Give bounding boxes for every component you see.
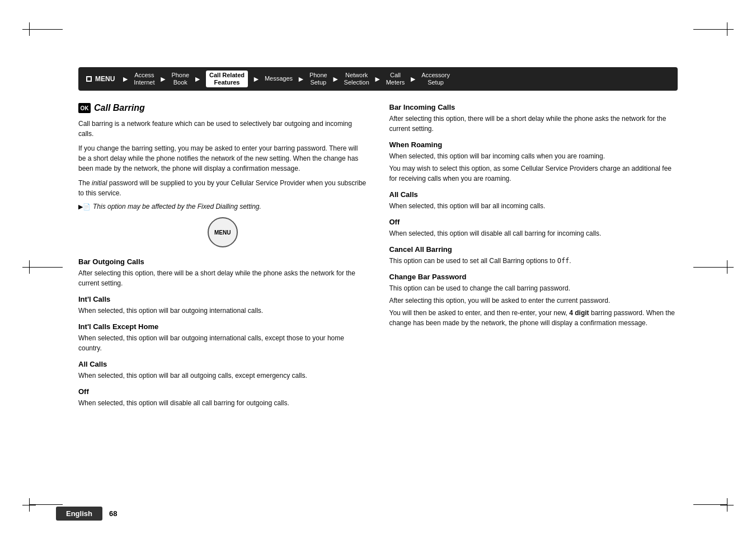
all-calls-in-text: When selected, this option will bar all …: [389, 201, 678, 211]
breadcrumb-menu: MENU: [86, 75, 115, 83]
all-calls-out-heading: All Calls: [78, 360, 367, 368]
bc-phonesetup-line1: Phone: [309, 72, 327, 79]
arrow-3: ►: [252, 74, 260, 83]
bc-phonebook-line1: Phone: [171, 72, 189, 79]
rule-mid-left: [29, 267, 63, 268]
arrow-0: ►: [121, 74, 129, 83]
section-heading: Call Barring: [94, 103, 145, 113]
bc-callrelated-line2: Features: [214, 79, 240, 86]
bc-callmeters-line1: Call: [390, 72, 401, 79]
rule-bot-left: [29, 504, 63, 505]
rule-bot-right: [693, 504, 727, 505]
page-content: MENU ► Access Internet ► Phone Book ► Ca…: [78, 67, 678, 489]
bc-accessorysetup-line1: Accessory: [421, 72, 450, 79]
breadcrumb-item-access: Access Internet: [134, 72, 154, 86]
rule-mid-right: [693, 267, 727, 268]
change-password-bold: 4 digit: [569, 309, 589, 317]
breadcrumb-bar: MENU ► Access Internet ► Phone Book ► Ca…: [78, 67, 678, 91]
when-roaming-heading: When Roaming: [389, 140, 678, 149]
crosshair-bot-right: [720, 498, 734, 512]
intro-text-1: Call barring is a network feature which …: [78, 119, 367, 139]
intl-calls-heading: Int'l Calls: [78, 295, 367, 303]
cancel-barring-text: This option can be used to set all Call …: [389, 256, 678, 266]
bc-network-line1: Network: [345, 72, 368, 79]
breadcrumb-item-callrelated: Call Related Features: [206, 71, 248, 87]
intro-text-3: The initial password will be supplied to…: [78, 178, 367, 198]
bc-accessorysetup-line2: Setup: [428, 79, 444, 86]
breadcrumb-item-messages: Messages: [265, 75, 293, 82]
change-password-prefix: You will then be asked to enter, and the…: [389, 309, 570, 317]
change-password-text1: This option can be used to change the ca…: [389, 283, 678, 293]
section-title: OK Call Barring: [78, 103, 367, 113]
bc-messages-line1: Messages: [265, 75, 293, 82]
bc-phonesetup-line2: Setup: [310, 79, 326, 86]
arrow-6: ►: [374, 74, 382, 83]
all-calls-in-heading: All Calls: [389, 190, 678, 199]
off-out-text: When selected, this option will disable …: [78, 398, 367, 408]
bc-phonebook-line2: Book: [173, 79, 187, 86]
main-two-col: OK Call Barring Call barring is a networ…: [78, 103, 678, 410]
arrow-4: ►: [297, 74, 305, 83]
left-column: OK Call Barring Call barring is a networ…: [78, 103, 367, 410]
footer-page-number: 68: [109, 509, 117, 518]
bc-access-line1: Access: [134, 72, 154, 79]
off-in-heading: Off: [389, 218, 678, 226]
off-out-heading: Off: [78, 387, 367, 396]
arrow-2: ►: [194, 74, 201, 83]
intl-calls-except-heading: Int'l Calls Except Home: [78, 322, 367, 331]
breadcrumb-item-phonesetup: Phone Setup: [309, 72, 327, 86]
arrow-5: ►: [332, 74, 340, 83]
crosshair-bot-left: [22, 498, 36, 512]
menu-button-wrap: MENU: [78, 217, 367, 247]
bc-callrelated-line1: Call Related: [209, 72, 245, 79]
breadcrumb-item-network: Network Selection: [344, 72, 369, 86]
bc-network-line2: Selection: [344, 79, 369, 86]
when-roaming-text2: You may wish to select this option, as s…: [389, 163, 678, 184]
intro3-prefix: The: [78, 179, 92, 187]
footer-language: English: [56, 507, 102, 521]
note-icon: ▶📄: [78, 203, 91, 210]
when-roaming-text1: When selected, this option will bar inco…: [389, 151, 678, 161]
menu-label: MENU: [95, 75, 115, 83]
ok-icon: OK: [78, 103, 91, 113]
intro3-italic: initial: [92, 179, 107, 187]
rule-top-right: [693, 29, 727, 30]
arrow-7: ►: [409, 74, 417, 83]
bar-outgoing-heading: Bar Outgoing Calls: [78, 257, 367, 266]
bar-outgoing-text: After selecting this option, there will …: [78, 268, 367, 288]
bar-incoming-text: After selecting this option, there will …: [389, 114, 678, 134]
menu-button-label: MENU: [214, 229, 231, 236]
bar-incoming-heading: Bar Incoming Calls: [389, 103, 678, 111]
right-column: Bar Incoming Calls After selecting this …: [389, 103, 678, 410]
bc-callmeters-line2: Meters: [386, 79, 405, 86]
off-in-text: When selected, this option will disable …: [389, 228, 678, 238]
intl-calls-except-text: When selected, this option will bar outg…: [78, 333, 367, 353]
arrow-1: ►: [159, 74, 167, 83]
all-calls-out-text: When selected, this option will bar all …: [78, 371, 367, 381]
breadcrumb-item-phonebook: Phone Book: [171, 72, 189, 86]
menu-button-outer: MENU: [208, 217, 238, 247]
note-text: This option may be affected by the Fixed…: [93, 203, 261, 210]
intl-calls-text: When selected, this option will bar outg…: [78, 306, 367, 316]
change-password-heading: Change Bar Password: [389, 273, 678, 281]
bc-access-line2: Internet: [134, 79, 154, 86]
footer-bar: English 68: [56, 507, 700, 521]
breadcrumb-item-accessorysetup: Accessory Setup: [421, 72, 450, 86]
intro-text-2: If you change the barring setting, you m…: [78, 143, 367, 174]
change-password-text2: After selecting this option, you will be…: [389, 296, 678, 306]
rule-top-left: [29, 29, 63, 30]
breadcrumb-item-callmeters: Call Meters: [386, 72, 405, 86]
intro3-suffix: password will be supplied to you by your…: [78, 179, 366, 197]
menu-button: MENU: [208, 217, 238, 247]
menu-icon: [86, 76, 92, 82]
cancel-barring-heading: Cancel All Barring: [389, 245, 678, 254]
change-password-text3: You will then be asked to enter, and the…: [389, 308, 678, 328]
note-line: ▶📄 This option may be affected by the Fi…: [78, 203, 367, 210]
